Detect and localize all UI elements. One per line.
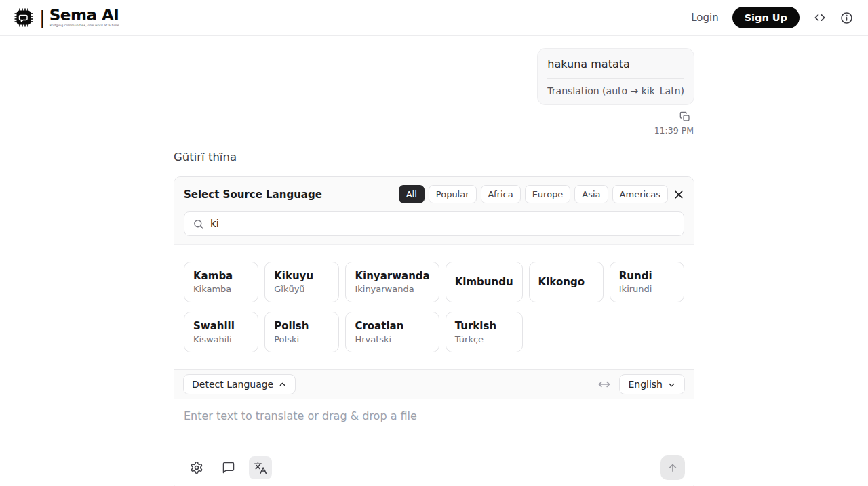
close-icon[interactable] xyxy=(673,189,684,200)
chat-mode-icon[interactable] xyxy=(217,456,240,479)
message-timestamp: 11:39 PM xyxy=(174,125,694,136)
language-card[interactable]: Kinyarwanda Ikinyarwanda xyxy=(345,262,439,302)
language-card[interactable]: Kimbundu xyxy=(446,262,523,302)
region-filter-group: AllPopularAfricaEuropeAsiaAmericas xyxy=(399,185,668,203)
language-card[interactable]: Polish Polski xyxy=(264,312,339,352)
brand-tagline: Bridging communities, one word at a time xyxy=(50,24,119,28)
chat-main: hakuna matata Translation (auto → kik_La… xyxy=(174,36,694,486)
user-message-text: hakuna matata xyxy=(547,58,684,70)
translation-response-text: Gũtirĩ thĩna xyxy=(174,150,694,163)
brand-name: Sema AI xyxy=(50,7,119,23)
bubble-divider xyxy=(547,78,684,79)
chevron-down-icon xyxy=(667,380,676,389)
language-card[interactable]: Kamba Kikamba xyxy=(184,262,258,302)
swap-languages-icon[interactable] xyxy=(597,378,611,391)
info-icon[interactable] xyxy=(840,12,853,24)
search-icon xyxy=(193,218,204,230)
region-filter-chip[interactable]: Asia xyxy=(574,185,608,203)
language-selector-header: Select Source Language AllPopularAfricaE… xyxy=(174,177,694,244)
brand[interactable]: | Sema AI Bridging communities, one word… xyxy=(14,7,119,28)
language-search-box xyxy=(184,211,684,236)
translate-text-input[interactable] xyxy=(184,409,684,449)
settings-gear-icon[interactable] xyxy=(185,456,208,479)
compose-area xyxy=(174,399,694,451)
brand-divider: | xyxy=(39,7,45,28)
language-selector-title: Select Source Language xyxy=(184,188,322,201)
signup-button[interactable]: Sign Up xyxy=(732,7,800,28)
app-header: | Sema AI Bridging communities, one word… xyxy=(0,0,868,36)
copy-icon[interactable] xyxy=(679,111,690,122)
target-language-selector[interactable]: English xyxy=(619,374,685,394)
composer-panel: Select Source Language AllPopularAfricaE… xyxy=(174,176,694,486)
language-card[interactable]: Croatian Hrvatski xyxy=(345,312,439,352)
language-card[interactable]: Turkish Türkçe xyxy=(446,312,523,352)
region-filter-chip[interactable]: Africa xyxy=(481,185,521,203)
compose-toolbar xyxy=(174,451,694,486)
language-search-input[interactable] xyxy=(210,218,675,230)
translate-mode-icon[interactable] xyxy=(249,456,272,479)
translation-direction-label: Translation (auto → kik_Latn) xyxy=(547,85,684,96)
region-filter-chip[interactable]: All xyxy=(399,185,425,203)
region-filter-chip[interactable]: Americas xyxy=(612,185,668,203)
language-grid: Kamba Kikamba Kikuyu Gĩkũyũ Kinyarwanda … xyxy=(184,262,684,352)
send-button[interactable] xyxy=(660,455,685,480)
language-card[interactable]: Swahili Kiswahili xyxy=(184,312,258,352)
user-message-bubble: hakuna matata Translation (auto → kik_La… xyxy=(537,48,694,105)
region-filter-chip[interactable]: Popular xyxy=(429,185,477,203)
language-card[interactable]: Kikuyu Gĩkũyũ xyxy=(264,262,339,302)
language-direction-bar: Detect Language English xyxy=(174,369,694,399)
region-filter-chip[interactable]: Europe xyxy=(525,185,571,203)
chip-logo-icon xyxy=(14,7,34,28)
source-language-selector[interactable]: Detect Language xyxy=(183,374,296,394)
language-card[interactable]: Rundi Ikirundi xyxy=(610,262,684,302)
language-results-section: Kamba Kikamba Kikuyu Gĩkũyũ Kinyarwanda … xyxy=(174,244,694,369)
login-link[interactable]: Login xyxy=(691,12,718,24)
code-icon[interactable] xyxy=(813,11,827,24)
chevron-up-icon xyxy=(278,380,287,389)
language-card[interactable]: Kikongo xyxy=(529,262,604,302)
